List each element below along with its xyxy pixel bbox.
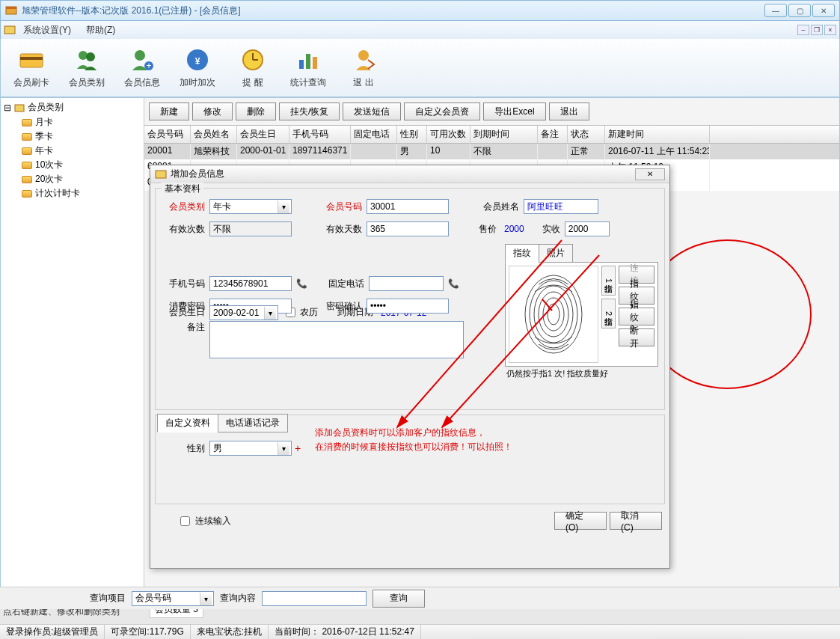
disconnect-button[interactable]: 断开 [619, 328, 654, 346]
svg-text:+: + [146, 61, 151, 71]
tree-item[interactable]: 年卡 [22, 144, 141, 158]
continuous-checkbox[interactable]: 连续输入 [177, 514, 231, 528]
search-field-select[interactable]: 会员号码 [132, 591, 214, 606]
maximize-button[interactable]: ▢ [788, 4, 811, 17]
tab-photo[interactable]: 照片 [539, 244, 573, 263]
dialog-close-button[interactable]: ✕ [635, 168, 665, 180]
grid-header-cell[interactable]: 到期时间 [470, 126, 538, 143]
card-icon [22, 162, 32, 169]
toolbar-addtime[interactable]: ¥ 加时加次 [171, 42, 224, 94]
toolbar-swipe[interactable]: 会员刷卡 [5, 42, 58, 94]
tab-fingerprint[interactable]: 指纹 [505, 244, 539, 263]
birthday-picker[interactable]: 2009-02-01 [209, 305, 278, 320]
label-name: 会员姓名 [449, 201, 524, 213]
svg-point-6 [86, 52, 95, 61]
table-row[interactable]: 20001旭荣科技2000-01-0118971146371男10不限正常201… [144, 144, 839, 159]
dialog-title: 增加会员信息 [171, 168, 635, 180]
fingerprint-panel: 指纹1 指纹2 连接 指纹1 指纹2 断开 [505, 262, 658, 367]
status-caller: 来电宝状态:挂机 [191, 625, 269, 639]
fp-side-1: 指纹1 [601, 266, 616, 296]
mdi-close[interactable]: × [824, 25, 836, 35]
validdays-input[interactable] [367, 221, 449, 236]
tree-item[interactable]: 月卡 [22, 115, 141, 129]
edit-button[interactable]: 修改 [192, 103, 233, 120]
tree-item[interactable]: 20次卡 [22, 172, 141, 186]
clock-icon [239, 46, 266, 73]
fp-side-2: 指纹2 [601, 299, 616, 328]
group-title: 基本资料 [162, 183, 203, 195]
custom-button[interactable]: 自定义会员资 [404, 103, 480, 120]
label-validdays: 有效天数 [292, 223, 367, 236]
grid-header-cell[interactable]: 性别 [397, 126, 427, 143]
dialog-icon [155, 168, 167, 180]
grid-header-cell[interactable]: 会员生日 [237, 126, 289, 143]
card-icon [22, 190, 32, 198]
search-button[interactable]: 查询 [373, 590, 425, 608]
toolbar-remind[interactable]: 提 醒 [227, 42, 279, 94]
label-phone: 固定电话 [312, 278, 369, 290]
action-buttons: 新建 修改 删除 挂失/恢复 发送短信 自定义会员资 导出Excel 退出 [144, 98, 839, 125]
gender-select[interactable]: 男 [209, 441, 292, 456]
category-select[interactable]: 年卡 [209, 199, 292, 214]
tree-item[interactable]: 10次卡 [22, 158, 141, 172]
dialog-titlebar: 增加会员信息 ✕ [150, 165, 669, 183]
grid-header-cell[interactable]: 固定电话 [351, 126, 397, 143]
export-button[interactable]: 导出Excel [483, 103, 545, 120]
grid-header-cell[interactable]: 备注 [538, 126, 568, 143]
svg-rect-3 [20, 54, 43, 67]
mdi-restore[interactable]: ❐ [811, 25, 823, 35]
user-add-icon: + [129, 46, 156, 73]
fp2-button[interactable]: 指纹2 [619, 308, 654, 325]
ok-button[interactable]: 确定(O) [554, 512, 607, 530]
menu-icon [4, 24, 16, 36]
toolbar-stats[interactable]: 统计查询 [282, 42, 334, 94]
paid-input[interactable] [565, 221, 610, 236]
menu-help[interactable]: 帮助(Z) [79, 22, 123, 38]
toolbar-exit[interactable]: 退 出 [337, 42, 390, 94]
mobile-input[interactable] [209, 276, 292, 291]
dial-icon-1[interactable]: 📞 [296, 278, 307, 289]
grid-header-cell[interactable]: 新建时间 [605, 126, 710, 143]
status-bar: 登录操作员:超级管理员 可录空间:117.79G 来电宝状态:挂机 当前时间： … [0, 624, 840, 639]
grid-header-cell[interactable]: 状态 [568, 126, 605, 143]
grid-header-cell[interactable]: 会员姓名 [191, 126, 237, 143]
annotation-text: 添加会员资料时可以添加客户的指纹信息， 在消费的时候直接按指纹也可以消费！可以拍… [315, 426, 512, 454]
lost-button[interactable]: 挂失/恢复 [279, 103, 340, 120]
toolbar-info[interactable]: + 会员信息 [116, 42, 168, 94]
grid-header-cell[interactable]: 会员号码 [144, 126, 191, 143]
remark-input[interactable] [209, 321, 464, 358]
new-button[interactable]: 新建 [149, 103, 189, 120]
mdi-minimize[interactable]: – [797, 25, 809, 35]
label-category: 会员类别 [162, 201, 209, 213]
tree-item[interactable]: 计次计时卡 [22, 186, 141, 201]
exit-button[interactable]: 退出 [549, 103, 589, 120]
svg-point-21 [525, 275, 582, 353]
search-content-input[interactable] [262, 591, 367, 606]
phone-input[interactable] [369, 276, 444, 291]
menubar: 系统设置(Y) 帮助(Z) – ❐ × [0, 21, 840, 39]
dial-icon-2[interactable]: 📞 [448, 278, 459, 289]
tab-custom[interactable]: 自定义资料 [157, 414, 218, 432]
cancel-button[interactable]: 取消(C) [610, 512, 662, 530]
tab-calllog[interactable]: 电话通话记录 [218, 414, 288, 432]
tree-toggle-icon: ⊟ [4, 103, 11, 113]
label-number: 会员号码 [292, 201, 367, 213]
name-input[interactable]: 阿里旺旺 [524, 199, 598, 214]
label-password: 消费密码 [162, 300, 209, 313]
confirm-input[interactable] [367, 299, 449, 314]
svg-point-18 [358, 50, 369, 61]
minimize-button[interactable]: — [764, 4, 787, 17]
number-input[interactable] [367, 199, 449, 214]
sms-button[interactable]: 发送短信 [343, 103, 401, 120]
tree-item[interactable]: 季卡 [22, 129, 141, 144]
close-button[interactable]: ✕ [812, 4, 835, 17]
menu-settings[interactable]: 系统设置(Y) [16, 22, 79, 38]
delete-button[interactable]: 删除 [236, 103, 276, 120]
grid-header-cell[interactable]: 手机号码 [289, 126, 351, 143]
toolbar-category[interactable]: 会员类别 [61, 42, 113, 94]
add-field-button[interactable]: + [295, 442, 301, 454]
grid-header-cell[interactable]: 可用次数 [427, 126, 470, 143]
yen-icon: ¥ [184, 46, 211, 73]
tree-root[interactable]: ⊟ 会员类别 [4, 101, 141, 114]
svg-rect-15 [299, 60, 304, 69]
